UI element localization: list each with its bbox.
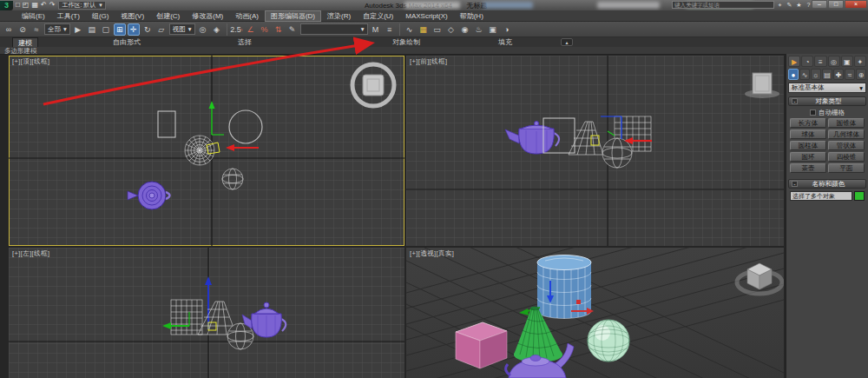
plane-button[interactable]: 平面 xyxy=(828,163,865,173)
motion-tab-icon[interactable]: ◎ xyxy=(828,56,840,67)
coordinate-system-dropdown[interactable]: 视图 ▾ xyxy=(169,23,195,35)
undo-icon[interactable]: ↶ xyxy=(41,1,47,10)
cone-button[interactable]: 圆锥体 xyxy=(828,118,865,128)
menu-group[interactable]: 组(G) xyxy=(86,10,115,22)
save-file-icon[interactable]: ▦ xyxy=(31,1,38,10)
tab-selection[interactable]: 选择 xyxy=(233,37,257,47)
cylinder-wireframe-top[interactable] xyxy=(185,136,214,165)
schematic-view-icon[interactable]: ◇ xyxy=(445,23,457,36)
circle-shape[interactable] xyxy=(229,110,262,143)
minimize-button[interactable]: – xyxy=(812,0,827,9)
object-type-rollout-header[interactable]: - 对象类型 xyxy=(788,96,866,106)
tab-freeform[interactable]: 自由形式 xyxy=(108,37,146,47)
mirror-icon[interactable]: M xyxy=(370,23,382,36)
autogrid-checkbox[interactable] xyxy=(810,109,816,116)
select-by-name-icon[interactable]: ▤ xyxy=(86,23,98,36)
viewport-navigation-gizmo[interactable] xyxy=(352,64,394,106)
menu-customize[interactable]: 自定义(U) xyxy=(357,10,399,22)
lights-icon[interactable]: ☼ xyxy=(811,69,821,80)
selection-filter-dropdown[interactable]: 全部 ▾ xyxy=(44,23,70,35)
modify-tab-icon[interactable]: ◔ xyxy=(801,56,813,67)
menu-edit[interactable]: 编辑(E) xyxy=(16,10,51,22)
window-crossing-icon[interactable]: ⊞ xyxy=(114,23,126,36)
menu-create[interactable]: 创建(C) xyxy=(150,10,186,22)
bind-spacewarp-icon[interactable]: ≈ xyxy=(30,23,43,36)
menu-help[interactable]: 帮助(H) xyxy=(454,10,490,22)
named-selection-sets-icon[interactable]: ✎ xyxy=(286,23,299,36)
systems-icon[interactable]: ⊕ xyxy=(856,69,866,80)
redo-icon[interactable]: ↷ xyxy=(49,1,56,10)
angle-snap-icon[interactable]: ∠ xyxy=(245,23,257,36)
use-pivot-center-icon[interactable]: ◎ xyxy=(197,23,209,36)
display-tab-icon[interactable]: ▣ xyxy=(841,56,853,67)
create-tab-icon[interactable]: ▶ xyxy=(788,56,800,67)
geosphere-button[interactable]: 几何球体 xyxy=(828,129,865,139)
primitive-category-dropdown[interactable]: 标准基本体 ▾ xyxy=(788,83,866,93)
teapot-top-view[interactable] xyxy=(128,182,170,209)
selection-region-icon[interactable]: ▢ xyxy=(100,23,112,36)
torus-button[interactable]: 圆环 xyxy=(790,152,826,162)
select-move-icon[interactable]: ✛ xyxy=(128,23,140,36)
utilities-tab-icon[interactable]: ✦ xyxy=(854,56,866,67)
search-icon[interactable]: ⌖ xyxy=(776,2,784,9)
viewport-top[interactable]: [+][顶][线框] xyxy=(9,56,404,246)
select-manipulate-icon[interactable]: ◈ xyxy=(211,23,223,36)
select-scale-icon[interactable]: ▱ xyxy=(155,23,168,36)
sphere-wireframe[interactable] xyxy=(602,138,632,168)
spacewarps-icon[interactable]: ≈ xyxy=(845,69,855,80)
render-setup-icon[interactable]: ♨ xyxy=(473,23,485,36)
sphere-button[interactable]: 球体 xyxy=(790,129,826,139)
sphere-wireframe[interactable] xyxy=(222,169,243,189)
named-selection-dropdown[interactable]: ▾ xyxy=(300,23,368,35)
close-button[interactable]: × xyxy=(845,0,867,9)
viewport-left[interactable]: [+][左][线框] xyxy=(9,248,404,378)
object-color-swatch[interactable] xyxy=(854,191,865,201)
percent-snap-icon[interactable]: % xyxy=(259,23,271,36)
menu-views[interactable]: 视图(V) xyxy=(115,10,150,22)
shapes-icon[interactable]: ∿ xyxy=(799,69,810,80)
cameras-icon[interactable]: ▤ xyxy=(822,69,832,80)
ribbon-toggle-icon[interactable]: ▭ xyxy=(431,23,444,36)
pyramid-button[interactable]: 四棱锥 xyxy=(828,152,865,162)
tube-button[interactable]: 管状体 xyxy=(828,141,865,150)
new-file-icon[interactable]: □ xyxy=(16,1,20,10)
menu-graph-editors[interactable]: 图形编辑器(D) xyxy=(265,10,321,22)
tab-populate[interactable]: 填充 xyxy=(493,37,517,47)
material-editor-icon[interactable]: ◉ xyxy=(459,23,471,36)
grid-plane-wireframe[interactable] xyxy=(171,300,202,335)
cylinder-shaded[interactable] xyxy=(537,255,591,320)
sphere-shaded[interactable] xyxy=(588,320,629,361)
app-logo-icon[interactable]: 3 xyxy=(0,1,13,10)
rectangle-shape[interactable] xyxy=(158,111,175,137)
viewport-navigation-gizmo[interactable] xyxy=(745,73,779,98)
select-object-icon[interactable]: ▶ xyxy=(72,23,84,36)
snaps-toggle-icon[interactable]: 2.5∩ xyxy=(231,23,243,36)
menu-rendering[interactable]: 渲染(R) xyxy=(321,10,357,22)
viewport-front[interactable]: [+][前][线框] xyxy=(406,56,784,246)
curve-editor-icon[interactable]: ∿ xyxy=(404,23,416,36)
align-icon[interactable]: ≡ xyxy=(384,23,396,36)
hierarchy-tab-icon[interactable]: ≡ xyxy=(814,56,826,67)
pen-icon[interactable]: ✎ xyxy=(786,2,793,9)
workspace-selector[interactable]: 工作区: 默认 ▾ xyxy=(58,1,105,10)
box-button[interactable]: 长方体 xyxy=(790,118,826,128)
select-rotate-icon[interactable]: ↻ xyxy=(141,23,154,36)
ribbon-collapse-icon[interactable]: ▴ xyxy=(561,38,573,46)
teapot-button[interactable]: 茶壶 xyxy=(790,163,826,173)
favorites-star-icon[interactable]: ★ xyxy=(795,2,803,9)
unlink-icon[interactable]: ⊘ xyxy=(16,23,29,36)
teapot-front-view[interactable] xyxy=(505,122,559,155)
menu-tools[interactable]: 工具(T) xyxy=(51,10,86,22)
object-name-field[interactable]: 选择了多个对象 xyxy=(790,191,852,201)
open-file-icon[interactable]: ◰ xyxy=(23,1,30,10)
viewport-perspective-label[interactable]: [+][透视][真实] xyxy=(410,249,454,258)
viewport-navigation-gizmo[interactable] xyxy=(737,263,782,294)
viewport-perspective[interactable]: [+][透视][真实] xyxy=(406,248,784,378)
spinner-snap-icon[interactable]: ⇅ xyxy=(273,23,285,36)
tab-object-paint[interactable]: 对象绘制 xyxy=(387,37,425,47)
name-color-rollout-header[interactable]: - 名称和颜色 xyxy=(788,179,866,189)
maximize-button[interactable]: □ xyxy=(828,0,844,9)
viewport-top-label[interactable]: [+][顶][线框] xyxy=(12,57,49,66)
render-production-icon[interactable]: ◑ xyxy=(501,23,513,36)
cone-wireframe[interactable] xyxy=(569,122,603,155)
